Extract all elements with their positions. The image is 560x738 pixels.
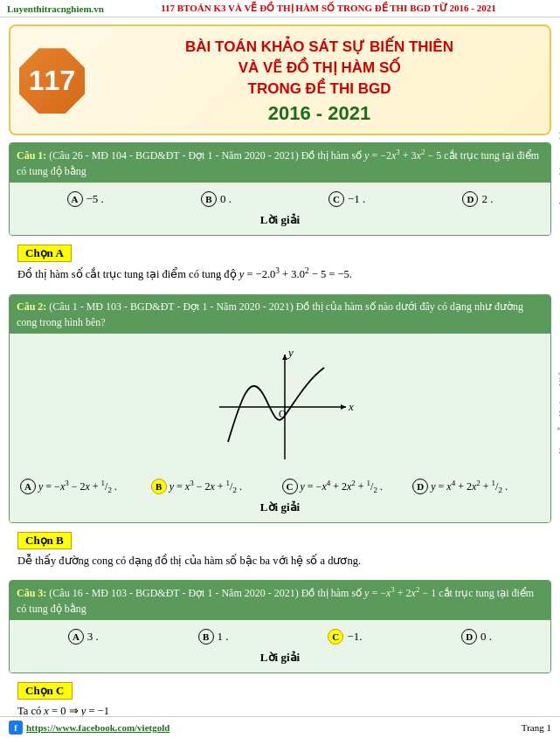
q1-option-a-value: −5 .: [86, 192, 104, 206]
question-1: Câu 1: (Câu 26 - MĐ 104 - BGD&ĐT - Đợt 1…: [9, 142, 551, 236]
footer-fb-link[interactable]: https://www.facebook.com/vietgold: [26, 722, 169, 733]
q2-options: A y = −x3 − 2x + 1/2 . B y = x3 − 2x + 1…: [18, 475, 542, 498]
q1-number: Câu 1:: [17, 149, 46, 162]
page-content: Luyenthitracnghiem.vn 117 BTOÁN K3 VÀ VẼ…: [0, 0, 560, 738]
q2-solution: Chọn B Dễ thấy đường cong có dạng đồ thị…: [9, 528, 551, 575]
page-number: Trang 1: [522, 722, 551, 733]
svg-text:y: y: [287, 346, 294, 359]
q3-option-d-value: 0 .: [480, 630, 492, 644]
question-1-header: Câu 1: (Câu 26 - MĐ 104 - BGD&ĐT - Đợt 1…: [10, 143, 550, 183]
q1-option-b-label: B: [201, 191, 217, 207]
q3-option-c-label: C: [328, 629, 343, 645]
hero-text: BÀI TOÁN KHẢO SÁT SỰ BIẾN THIÊN VÀ VẼ ĐỒ…: [98, 37, 541, 125]
q3-options: A 3 . B 1 . C −1. D 0 .: [18, 625, 542, 648]
q1-option-b[interactable]: B 0 .: [201, 191, 232, 207]
q2-option-b[interactable]: B y = x3 − 2x + 1/2 .: [151, 479, 279, 494]
q3-option-c[interactable]: C −1.: [328, 629, 362, 645]
q1-source: (Câu 26 - MĐ 104 - BGD&ĐT - Đợt 1 - Năm …: [49, 149, 298, 162]
q2-graph-area: x y O: [18, 339, 542, 475]
q1-options: A −5 . B 0 . C −1 . D 2 .: [18, 188, 542, 210]
q2-chon: Chọn B: [17, 532, 72, 549]
question-3-header: Câu 3: (Câu 16 - MĐ 103 - BGD&ĐT - Đợt 1…: [10, 581, 550, 620]
question-2: Câu 2: (Câu 1 - MĐ 103 - BGD&ĐT - Đợt 1 …: [9, 294, 551, 523]
q2-option-d[interactable]: D y = x4 + 2x2 + 1/2 .: [412, 479, 540, 494]
q1-option-a-label: A: [67, 191, 83, 207]
q2-option-a[interactable]: A y = −x3 − 2x + 1/2 .: [20, 479, 148, 494]
q3-chon: Chọn C: [17, 682, 73, 700]
q2-option-a-label: A: [20, 479, 36, 494]
q2-loi-giai-header: Lời giải: [18, 498, 542, 517]
page-footer: f https://www.facebook.com/vietgold Tran…: [0, 716, 560, 738]
q3-option-b-label: B: [198, 629, 214, 645]
q1-option-c[interactable]: C −1 .: [328, 191, 365, 207]
question-2-header: Câu 2: (Câu 1 - MĐ 103 - BGD&ĐT - Đợt 1 …: [10, 295, 550, 334]
q1-chon: Chọn A: [17, 245, 72, 262]
q2-option-b-label: B: [151, 479, 167, 494]
hero-main-title: BÀI TOÁN KHẢO SÁT SỰ BIẾN THIÊN VÀ VẼ ĐỒ…: [98, 37, 541, 99]
q1-loi-giai-header: Lời giải: [18, 210, 542, 230]
q1-option-a[interactable]: A −5 .: [67, 191, 104, 207]
q2-solution-text: Dễ thấy đường cong có dạng đồ thị của hà…: [17, 552, 543, 569]
svg-text:x: x: [348, 400, 354, 413]
q3-option-b[interactable]: B 1 .: [198, 629, 229, 645]
hero-badge: 117: [19, 48, 85, 114]
header-title: 117 BTOÁN K3 VÀ VẼ ĐỒ THỊ HÀM SỐ TRONG Đ…: [104, 3, 553, 14]
q2-option-a-value: y = −x3 − 2x + 1/2 .: [38, 479, 117, 494]
q3-option-a-value: 3 .: [87, 630, 99, 644]
q1-solution: Chọn A Đồ thị hàm số cắt trục tung tại đ…: [9, 241, 551, 288]
site-name-left: Luyenthitracnghiem.vn: [7, 3, 104, 14]
hero-section: 117 BÀI TOÁN KHẢO SÁT SỰ BIẾN THIÊN VÀ V…: [9, 24, 551, 135]
q1-option-c-value: −1 .: [348, 192, 365, 206]
footer-facebook[interactable]: f https://www.facebook.com/vietgold: [9, 721, 169, 735]
q3-option-a-label: A: [68, 629, 84, 645]
q3-option-c-value: −1.: [347, 630, 362, 644]
question-3: Câu 3: (Câu 16 - MĐ 103 - BGD&ĐT - Đợt 1…: [9, 580, 551, 673]
q2-number: Câu 2:: [17, 300, 46, 313]
q2-option-d-label: D: [412, 479, 428, 494]
q1-solution-text: Đồ thị hàm số cắt trục tung tại điểm có …: [17, 265, 543, 283]
q1-option-d-label: D: [462, 191, 478, 207]
svg-marker-2: [341, 404, 346, 410]
q2-option-b-value: y = x3 − 2x + 1/2 .: [169, 479, 242, 494]
page-header: Luyenthitracnghiem.vn 117 BTOÁN K3 VÀ VẼ…: [0, 0, 560, 17]
question-1-body: A −5 . B 0 . C −1 . D 2 . Lời giải: [10, 183, 550, 235]
q3-option-d[interactable]: D 0 .: [461, 629, 492, 645]
q1-option-b-value: 0 .: [220, 192, 232, 206]
q3-option-d-label: D: [461, 629, 477, 645]
q1-option-c-label: C: [328, 191, 344, 207]
q3-loi-giai-header: Lời giải: [18, 648, 542, 667]
question-3-body: A 3 . B 1 . C −1. D 0 . Lời giải: [10, 620, 550, 672]
svg-marker-3: [282, 355, 287, 360]
q3-number: Câu 3:: [17, 587, 46, 599]
q3-source: (Câu 16 - MĐ 103 - BGD&ĐT - Đợt 1 - Năm …: [49, 587, 298, 599]
q3-option-b-value: 1 .: [218, 630, 229, 644]
question-2-body: x y O A y = −x3 − 2x + 1/2 . B y = x3 − …: [10, 334, 550, 522]
q1-option-d[interactable]: D 2 .: [462, 191, 493, 207]
hero-year: 2016 - 2021: [98, 102, 541, 125]
q2-graph: x y O: [202, 346, 359, 468]
facebook-icon: f: [9, 721, 23, 735]
q3-option-a[interactable]: A 3 .: [68, 629, 99, 645]
q2-option-c-label: C: [282, 479, 298, 494]
q2-source: (Câu 1 - MĐ 103 - BGD&ĐT - Đợt 1 - Năm 2…: [49, 300, 293, 313]
q1-option-d-value: 2 .: [481, 192, 493, 206]
q2-option-c[interactable]: C y = −x4 + 2x2 + 1/2 .: [282, 479, 410, 494]
q2-option-d-value: y = x4 + 2x2 + 1/2 .: [431, 479, 508, 494]
q2-option-c-value: y = −x4 + 2x2 + 1/2 .: [301, 479, 383, 494]
